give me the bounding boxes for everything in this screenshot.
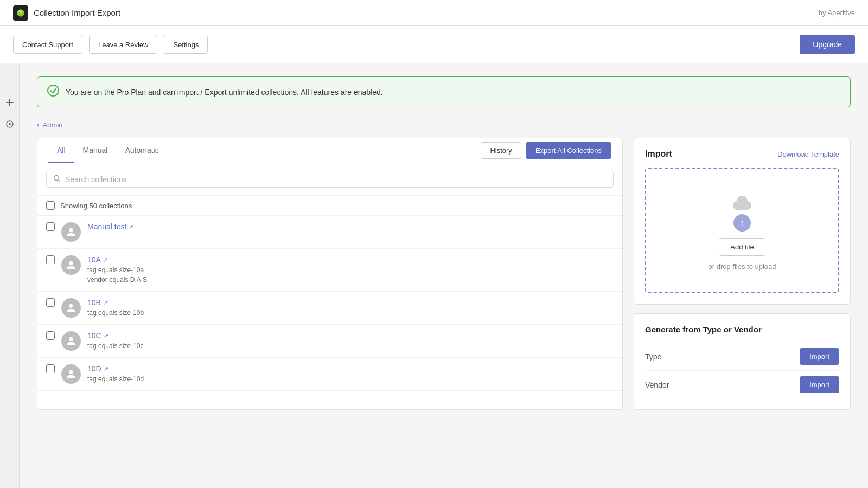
item-info: Manual test ↗ [87,222,614,231]
search-wrapper [37,163,622,196]
list-item: 10D ↗ tag equals size-10d [37,358,622,391]
header-left: Collection Import Export [13,5,120,21]
list-item: 10C ↗ tag equals size-10c [37,325,622,358]
breadcrumb[interactable]: ‹ Admin [37,120,851,129]
generate-card: Generate from Type or Vendor Type Import… [634,313,851,410]
item-checkbox[interactable] [46,298,55,307]
type-label: Type [645,352,661,361]
drop-zone-icon: ↑ [729,190,755,232]
breadcrumb-label: Admin [43,121,63,129]
pro-plan-banner: You are on the Pro Plan and can import /… [37,76,851,107]
app-logo-icon [13,5,28,21]
collection-name[interactable]: 10A ↗ [87,255,614,264]
item-checkbox[interactable] [46,222,55,231]
history-button[interactable]: History [481,142,521,159]
avatar [61,222,81,242]
item-info: 10C ↗ tag equals size-10c [87,331,614,351]
list-item: 10B ↗ tag equals size-10b [37,292,622,325]
external-link-icon: ↗ [103,256,108,264]
avatar [61,364,81,384]
header-attribution: by Aperitive [819,9,855,17]
avatar [61,331,81,351]
avatar [61,298,81,318]
collection-name[interactable]: 10B ↗ [87,298,614,307]
avatar [61,255,81,275]
generate-vendor-row: Vendor Import [645,371,839,399]
pro-banner-text: You are on the Pro Plan and can import /… [66,88,383,97]
drop-zone[interactable]: ↑ Add file or drop files to upload [645,168,839,293]
item-info: 10A ↗ tag equals size-10avendor equals D… [87,255,614,285]
external-link-icon: ↗ [129,223,133,230]
sidebar-strip [0,63,20,488]
external-link-icon: ↗ [103,299,108,306]
toolbar: Contact Support Leave a Review Settings … [0,26,868,63]
collection-name[interactable]: 10D ↗ [87,364,614,373]
svg-point-3 [54,176,59,181]
collections-tabs: All Manual Automatic History Export All … [37,138,622,163]
leave-review-button[interactable]: Leave a Review [89,36,158,54]
download-template-link[interactable]: Download Template [777,150,839,158]
tab-manual[interactable]: Manual [74,138,117,163]
list-item: 10A ↗ tag equals size-10avendor equals D… [37,249,622,292]
breadcrumb-arrow-icon: ‹ [37,120,40,129]
app-title: Collection Import Export [34,8,120,17]
search-input[interactable] [65,175,607,184]
list-item: Manual test ↗ [37,216,622,249]
app-header: Collection Import Export by Aperitive [0,0,868,26]
collection-header: Showing 50 collections [37,196,622,216]
item-tags: tag equals size-10avendor equals D.A.S. [87,265,614,285]
import-card: Import Download Template ↑ [634,138,851,305]
item-checkbox[interactable] [46,331,55,340]
select-all-checkbox[interactable] [46,201,55,210]
collection-name[interactable]: Manual test ↗ [87,222,614,231]
type-import-button[interactable]: Import [800,348,839,365]
svg-point-1 [9,123,11,125]
upgrade-button[interactable]: Upgrade [800,35,855,54]
item-tags: tag equals size-10d [87,374,614,384]
external-link-icon: ↗ [104,365,108,373]
add-file-button[interactable]: Add file [719,238,765,256]
item-info: 10B ↗ tag equals size-10b [87,298,614,318]
generate-title: Generate from Type or Vendor [645,325,839,334]
content-area: You are on the Pro Plan and can import /… [20,63,868,488]
item-checkbox[interactable] [46,364,55,373]
export-all-button[interactable]: Export All Collections [526,142,611,159]
tabs-left: All Manual Automatic [48,138,168,163]
search-input-wrap [46,171,614,188]
item-info: 10D ↗ tag equals size-10d [87,364,614,384]
search-icon [53,175,61,184]
main-layout: You are on the Pro Plan and can import /… [0,63,868,488]
add-icon[interactable] [3,96,16,109]
vendor-label: Vendor [645,381,669,389]
toolbar-buttons: Contact Support Leave a Review Settings [13,36,208,54]
settings-side-icon[interactable] [3,118,16,131]
main-panel: All Manual Automatic History Export All … [37,138,851,410]
pro-check-icon [47,85,59,99]
collection-name[interactable]: 10C ↗ [87,331,614,340]
upload-arrow-icon: ↑ [733,214,751,232]
drop-text: or drop files to upload [708,262,776,271]
import-title: Import [645,149,672,159]
vendor-import-button[interactable]: Import [800,376,839,393]
external-link-icon: ↗ [104,332,108,339]
collections-panel: All Manual Automatic History Export All … [37,138,623,410]
tab-all[interactable]: All [48,138,74,163]
settings-button[interactable]: Settings [164,36,208,54]
generate-type-row: Type Import [645,343,839,371]
item-checkbox[interactable] [46,255,55,264]
svg-point-2 [48,85,59,96]
import-panel: Import Download Template ↑ [634,138,851,410]
tab-automatic[interactable]: Automatic [116,138,167,163]
showing-count: Showing 50 collections [60,202,132,210]
cloud-upload-icon [729,190,755,216]
tabs-right: History Export All Collections [481,142,611,159]
import-card-header: Import Download Template [645,149,839,159]
item-tags: tag equals size-10c [87,341,614,351]
contact-support-button[interactable]: Contact Support [13,36,82,54]
item-tags: tag equals size-10b [87,308,614,318]
